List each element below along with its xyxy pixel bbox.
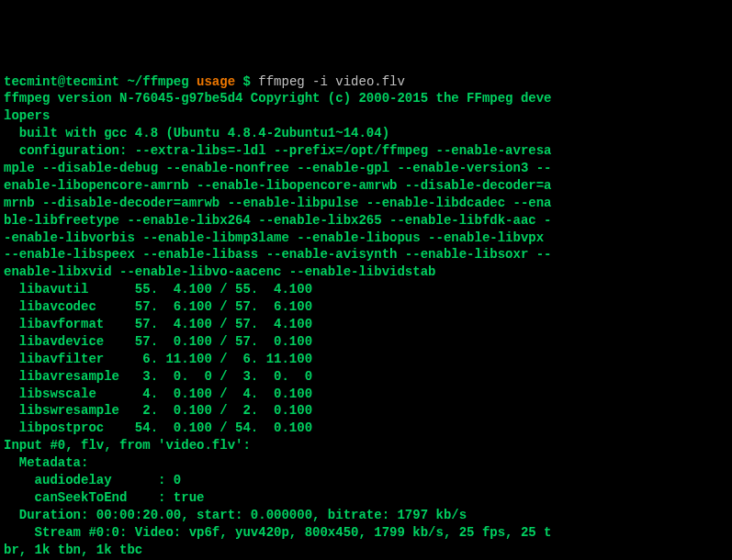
prompt-segment: usage: [197, 74, 235, 89]
output-line: enable-libxvid --enable-libvo-aacenc --e…: [4, 264, 435, 279]
output-line: libavutil 55. 4.100 / 55. 4.100: [4, 282, 312, 297]
output-line: -enable-libvorbis --enable-libmp3lame --…: [4, 230, 552, 245]
output-line: Duration: 00:00:20.00, start: 0.000000, …: [4, 508, 467, 522]
output-line: lopers: [4, 108, 50, 123]
output-line: libavcodec 57. 6.100 / 57. 6.100: [4, 299, 312, 314]
output-line: Stream #0:0: Video: vp6f, yuv420p, 800x4…: [4, 525, 552, 540]
output-line: ble-libfreetype --enable-libx264 --enabl…: [4, 213, 552, 228]
output-line: libavfilter 6. 11.100 / 6. 11.100: [4, 352, 312, 366]
prompt-path: ~/ffmpeg: [127, 74, 188, 89]
output-line: audiodelay : 0: [4, 473, 181, 487]
output-line: libavformat 57. 4.100 / 57. 4.100: [4, 317, 312, 331]
output-line: libswscale 4. 0.100 / 4. 0.100: [4, 386, 312, 401]
output-line: br, 1k tbn, 1k tbc: [4, 543, 142, 557]
output-line: Metadata:: [4, 455, 88, 470]
output-line: libavdevice 57. 0.100 / 57. 0.100: [4, 334, 312, 349]
output-line: --enable-libspeex --enable-libass --enab…: [4, 247, 552, 262]
output-line: mple --disable-debug --enable-nonfree --…: [4, 161, 552, 175]
output-line: canSeekToEnd : true: [4, 490, 204, 505]
output-line: Input #0, flv, from 'video.flv':: [4, 438, 251, 453]
output-line: configuration: --extra-libs=-ldl --prefi…: [4, 143, 552, 158]
output-line: libavresample 3. 0. 0 / 3. 0. 0: [4, 369, 312, 384]
output-line: ffmpeg version N-76045-g97be5d4 Copyrigh…: [4, 91, 552, 106]
output-line: libpostproc 54. 0.100 / 54. 0.100: [4, 420, 312, 435]
output-line: enable-libopencore-amrnb --enable-libope…: [4, 178, 552, 193]
output-line: mrnb --disable-decoder=amrwb --enable-li…: [4, 196, 552, 210]
terminal[interactable]: tecmint@tecmint ~/ffmpeg usage $ ffmpeg …: [4, 73, 728, 560]
prompt-user: tecmint@tecmint: [4, 74, 119, 89]
prompt-symbol: $: [242, 74, 250, 89]
output-line: built with gcc 4.8 (Ubuntu 4.8.4-2ubuntu…: [4, 126, 389, 140]
output-line: libswresample 2. 0.100 / 2. 0.100: [4, 403, 312, 418]
command-text: ffmpeg -i video.flv: [258, 74, 405, 89]
